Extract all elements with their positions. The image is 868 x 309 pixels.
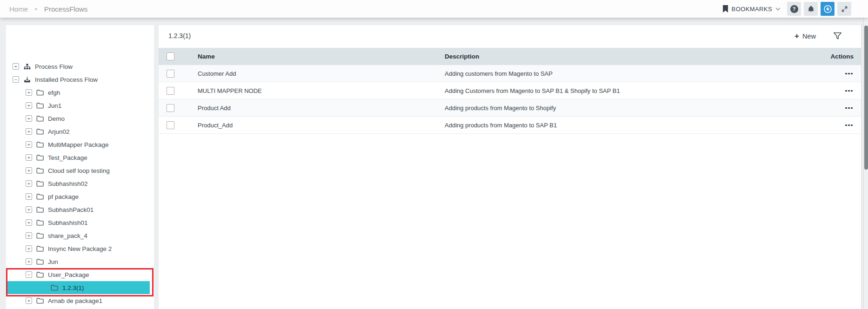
fullscreen-button[interactable]: [837, 2, 851, 16]
processflow-table: Name Description Actions Customer Add Ad…: [159, 48, 861, 134]
installed-process-flow-icon: [23, 76, 31, 83]
table-header-row: Name Description Actions: [159, 48, 861, 65]
tree-expander-toggle[interactable]: +: [26, 206, 32, 213]
topbar: Home ProcessFlows BOOKMARKS ?: [0, 0, 868, 18]
tree-item[interactable]: + Subhashish01: [6, 216, 154, 229]
tree-item[interactable]: + MultiMapper Package: [6, 138, 154, 151]
tree-item[interactable]: + Demo: [6, 112, 154, 125]
tree-expander-toggle[interactable]: +: [26, 232, 32, 239]
scrollbar-thumb[interactable]: [864, 26, 868, 170]
tree-item-label: Cloud self loop testing: [48, 167, 110, 174]
row-checkbox[interactable]: [167, 104, 174, 112]
tree-item-label: efgh: [48, 89, 60, 96]
folder-icon: [36, 258, 44, 265]
tree-item[interactable]: + Test_Package: [6, 151, 154, 164]
tree-item-label: Subhashish02: [48, 180, 88, 187]
row-name: MULTI MAPPER NODE: [198, 87, 445, 94]
plus-icon: +: [795, 33, 799, 39]
help-button[interactable]: ?: [787, 2, 801, 16]
breadcrumb-separator-icon: [35, 8, 37, 10]
tree-item-label: User_Package: [48, 271, 89, 278]
row-actions-button[interactable]: [844, 71, 854, 76]
vertical-scrollbar[interactable]: [863, 18, 868, 309]
folder-icon: [36, 245, 44, 252]
tree-expander-toggle[interactable]: +: [26, 102, 32, 109]
tree-item[interactable]: + Cloud self loop testing: [6, 164, 154, 177]
folder-icon: [36, 180, 44, 187]
row-actions-button[interactable]: [844, 105, 854, 111]
column-header-actions: Actions: [805, 53, 861, 60]
tree-expander-toggle[interactable]: +: [26, 180, 32, 187]
tree-item[interactable]: + efgh: [6, 86, 154, 99]
tree-item[interactable]: + Jun: [6, 255, 154, 268]
tree-expander-toggle[interactable]: +: [26, 167, 32, 174]
tree-expander-toggle[interactable]: +: [13, 63, 19, 70]
tree-expander-toggle[interactable]: +: [26, 297, 32, 304]
folder-icon: [36, 141, 44, 148]
tree-expander-toggle[interactable]: +: [26, 219, 32, 226]
tree-item[interactable]: + Jun1: [6, 99, 154, 112]
funnel-icon: [833, 31, 842, 41]
chevron-down-icon: [775, 7, 781, 11]
tree-item[interactable]: + Subhashish02: [6, 177, 154, 190]
tree-item[interactable]: 1.2.3(1): [7, 281, 150, 294]
bookmarks-dropdown[interactable]: BOOKMARKS: [722, 5, 781, 13]
expand-icon: [841, 5, 848, 13]
row-checkbox[interactable]: [167, 87, 174, 95]
folder-icon: [36, 102, 44, 109]
table-row[interactable]: Product Add Adding products from Magento…: [159, 99, 861, 117]
table-row[interactable]: Product_Add Adding products from Magento…: [159, 117, 861, 134]
bell-icon: [807, 5, 815, 13]
row-name: Product_Add: [198, 122, 445, 129]
tree-expander-toggle[interactable]: −: [13, 76, 19, 83]
filter-button[interactable]: [833, 31, 842, 41]
tree-expander-toggle[interactable]: +: [26, 128, 32, 135]
tree-item[interactable]: + SubhashPack01: [6, 203, 154, 216]
ellipsis-icon: [845, 90, 847, 92]
tree-item-label: SubhashPack01: [48, 206, 93, 213]
breadcrumb-home[interactable]: Home: [9, 5, 28, 13]
tree-item[interactable]: + Arnab de package1: [6, 294, 154, 307]
tree-item-label: Subhashish01: [48, 219, 88, 226]
tree-item[interactable]: + Arjun02: [6, 125, 154, 138]
tree-expander-toggle[interactable]: +: [26, 141, 32, 148]
tree-item[interactable]: + Insync New Package 2: [6, 242, 154, 255]
tree-item[interactable]: − User_Package: [6, 268, 154, 281]
folder-icon: [36, 232, 44, 239]
tree-item[interactable]: + pf package: [6, 190, 154, 203]
tree-expander-toggle[interactable]: +: [26, 258, 32, 265]
row-actions-button[interactable]: [844, 88, 854, 93]
row-checkbox[interactable]: [167, 121, 174, 129]
tree-item[interactable]: − Installed Process Flow: [6, 73, 154, 86]
table-row[interactable]: Customer Add Adding customers from Magen…: [159, 65, 861, 82]
tree-expander-toggle[interactable]: +: [26, 154, 32, 161]
download-activity-button[interactable]: [821, 2, 835, 16]
tree-expander-toggle[interactable]: +: [26, 245, 32, 252]
tree-expander-toggle[interactable]: +: [26, 193, 32, 200]
tree-item[interactable]: + share_pack_4: [6, 229, 154, 242]
folder-icon: [36, 89, 44, 96]
sidebar: + Process Flow −: [6, 25, 154, 309]
bookmark-icon: [722, 5, 728, 13]
tree-expander-toggle[interactable]: +: [26, 115, 32, 122]
row-name: Product Add: [198, 105, 445, 112]
table-row[interactable]: MULTI MAPPER NODE Adding Customers from …: [159, 82, 861, 99]
ellipsis-icon: [845, 107, 847, 109]
folder-icon: [36, 115, 44, 122]
tree-item-label: Insync New Package 2: [48, 245, 112, 252]
tree: + Process Flow −: [6, 25, 154, 307]
tree-item-label: Process Flow: [35, 63, 73, 70]
tree-expander-toggle[interactable]: −: [26, 271, 32, 278]
row-checkbox[interactable]: [167, 70, 174, 78]
tree-expander-toggle[interactable]: +: [26, 89, 32, 96]
new-button[interactable]: + New: [795, 33, 816, 40]
folder-icon: [36, 193, 44, 200]
column-header-description[interactable]: Description: [445, 53, 805, 60]
tree-item[interactable]: + Process Flow: [6, 60, 154, 73]
row-actions-button[interactable]: [844, 123, 854, 128]
column-header-name[interactable]: Name: [198, 53, 445, 60]
tree-item-label: MultiMapper Package: [48, 141, 109, 148]
select-all-checkbox[interactable]: [167, 53, 174, 60]
notifications-button[interactable]: [804, 2, 818, 16]
folder-icon: [36, 154, 44, 161]
